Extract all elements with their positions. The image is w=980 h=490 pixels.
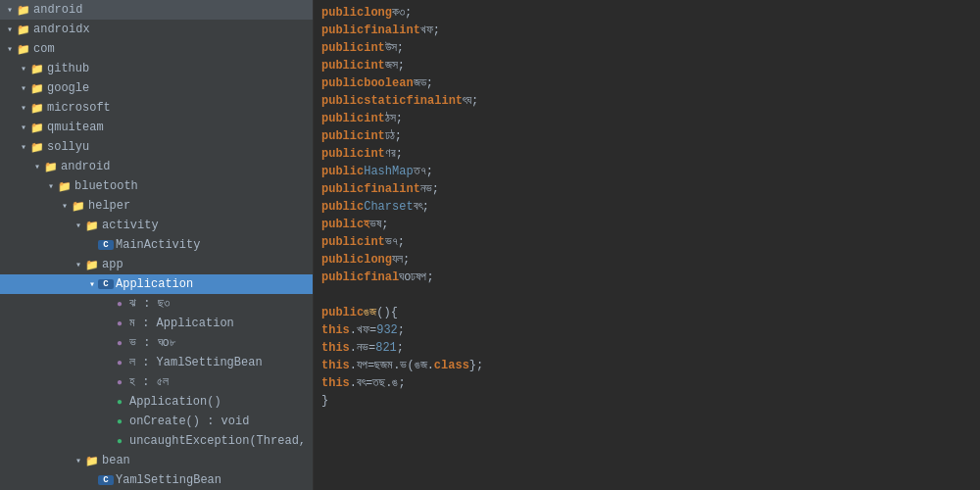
field-icon: ● [112,338,127,349]
folder-icon: 📁 [16,4,31,17]
keyword: this [321,339,350,357]
keyword: int [364,233,385,251]
identifier: ষপ [416,269,426,286]
punctuation: ; [432,180,439,198]
tree-label: MainActivity [114,238,313,252]
tree-item-com[interactable]: ▾📁com [0,39,313,59]
code-line: this.বৎ = তছ.ঙ; [314,374,980,392]
tree-item-constructor[interactable]: ●Application() [0,392,313,412]
tree-item-bean[interactable]: ▾📁bean [0,451,313,470]
keyword: int [441,92,463,110]
keyword: int [364,127,385,145]
keyword: final [364,22,399,39]
identifier: যপ [357,357,368,374]
tree-item-activity[interactable]: ▾📁activity [0,216,313,235]
class-keyword: class [434,357,469,374]
type-name: Charset [364,198,413,216]
tree-item-android[interactable]: ▾📁android [0,0,313,20]
keyword: public [321,269,364,286]
folder-icon: 📁 [29,63,45,75]
tree-item-onCreate[interactable]: ●onCreate() : void [0,412,313,431]
keyword: static [364,92,406,110]
tree-item-YamlSettingBean[interactable]: CYamlSettingBean [0,470,313,490]
field-icon: ● [112,377,127,388]
tree-item-field3[interactable]: ●ভ : ঘo৮ [0,333,313,353]
tree-item-qmuiteam[interactable]: ▾📁qmuiteam [0,118,313,137]
tree-item-Application[interactable]: ▾CApplication [0,274,313,294]
field-icon: ● [112,318,127,329]
tree-item-androidx[interactable]: ▾📁androidx [0,20,313,39]
tree-item-field4[interactable]: ●ল : YamlSettingBean [0,353,313,372]
code-line: this.খফ = 932; [314,321,980,339]
identifier: ত৭ [414,163,426,180]
keyword: int [364,57,385,74]
code-line: public হ ভষ; [314,216,980,233]
punctuation: () [376,304,390,321]
identifier: ঢঠ [385,127,395,145]
punctuation: ; [398,57,405,74]
tree-label: হ : ৫ল [127,375,313,389]
tree-item-github[interactable]: ▾📁github [0,59,313,78]
keyword: public [321,233,364,251]
punctuation: ; [403,251,410,269]
identifier: ভ৭ [385,233,398,251]
tree-item-helper[interactable]: ▾📁helper [0,196,313,216]
tree-label: ঝ : ছ৩ [127,297,313,311]
punctuation: . [385,374,392,392]
tree-item-field1[interactable]: ●ঝ : ছ৩ [0,294,313,314]
tree-item-microsoft[interactable]: ▾📁microsoft [0,98,313,118]
tree-item-uncaught[interactable]: ●uncaughtException(Thread, Thro... [0,431,313,451]
keyword: public [321,4,364,22]
tree-label: com [31,42,313,56]
folder-icon: 📁 [43,161,59,173]
code-line: public final ঘoঢ ষপ; [314,269,980,286]
keyword: this [321,374,350,392]
tree-item-android2[interactable]: ▾📁android [0,157,313,176]
keyword: public [321,57,364,74]
tree-label: android [31,3,313,17]
class-icon: C [98,475,114,485]
tree-item-google[interactable]: ▾📁google [0,78,313,98]
tree-arrow: ▾ [4,43,16,55]
punctuation: } [321,392,328,410]
tree-label: bluetooth [73,179,313,193]
tree-item-sollyu[interactable]: ▾📁sollyu [0,137,313,157]
tree-item-MainActivity[interactable]: CMainActivity [0,235,313,255]
identifier: বৎ [414,198,422,216]
punctuation: ; [471,92,478,110]
punctuation: }; [469,357,483,374]
tree-label: ল : YamlSettingBean [127,356,313,369]
punctuation: ; [398,321,405,339]
identifier: জড [414,74,426,92]
punctuation: . [393,357,400,374]
tree-item-field2[interactable]: ●ম : Application [0,314,313,333]
keyword: public [321,304,364,321]
punctuation: = [368,357,374,374]
punctuation: { [391,304,398,321]
code-line: public boolean জড; [314,74,980,92]
code-line: public static final int ৎঘ; [314,92,980,110]
tree-arrow: ▾ [86,278,98,290]
punctuation: ; [397,339,404,357]
folder-icon: 📁 [16,43,31,56]
tree-item-app[interactable]: ▾📁app [0,255,313,274]
code-line: } [314,392,980,410]
tree-arrow: ▾ [45,180,57,192]
code-line: public int উস; [314,39,980,57]
method-icon: ● [112,416,127,427]
tree-item-bluetooth[interactable]: ▾📁bluetooth [0,176,313,196]
punctuation: = [369,321,376,339]
punctuation: ; [405,4,412,22]
keyword: int [364,39,385,57]
folder-icon: 📁 [57,180,73,193]
punctuation: ; [395,127,402,145]
tree-arrow: ▾ [18,122,29,133]
folder-icon: 📁 [29,102,45,115]
tree-item-field5[interactable]: ●হ : ৫ল [0,372,313,392]
identifier: খফ [420,22,433,39]
keyword: final [364,269,399,286]
file-tree[interactable]: ▾📁android▾📁androidx▾📁com▾📁github▾📁google… [0,0,314,490]
tree-label: Application [114,277,313,291]
code-line: this.যপ = ছজম.ভ(ঙজ.class}; [314,357,980,374]
keyword: public [321,22,364,39]
